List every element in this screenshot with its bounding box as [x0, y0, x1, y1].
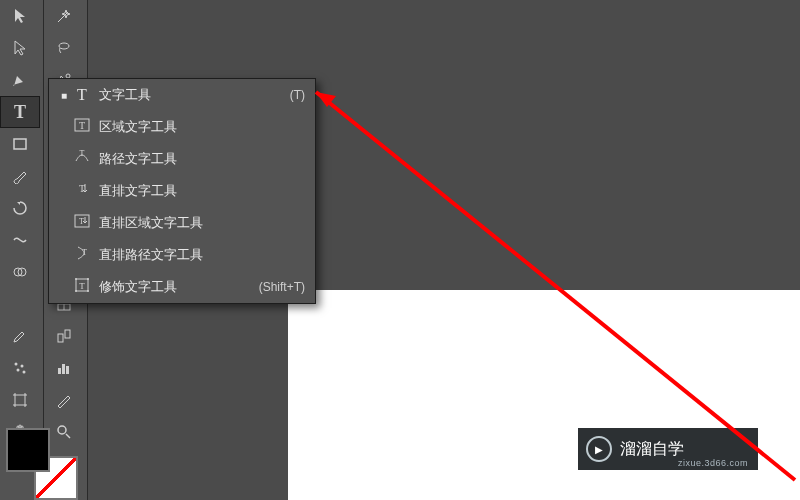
svg-point-37 — [87, 278, 89, 280]
active-indicator-icon: ■ — [59, 90, 69, 101]
flyout-item-shortcut: (T) — [282, 88, 305, 102]
artboard-tool[interactable] — [0, 384, 40, 416]
flyout-item-label: 区域文字工具 — [95, 118, 305, 136]
magic-wand-tool[interactable] — [44, 0, 84, 32]
flyout-item-label: 直排路径文字工具 — [95, 246, 305, 264]
path-type-icon: T — [69, 149, 95, 169]
flyout-item-label: 文字工具 — [95, 86, 282, 104]
flyout-item-label: 修饰文字工具 — [95, 278, 251, 296]
blend-tool[interactable] — [44, 320, 84, 352]
color-swatches[interactable] — [6, 428, 76, 480]
svg-text:T: T — [79, 183, 85, 194]
watermark-url: zixue.3d66.com — [678, 458, 748, 468]
width-tool[interactable] — [0, 224, 40, 256]
svg-text:T: T — [79, 281, 85, 291]
pen-tool[interactable] — [0, 64, 40, 96]
flyout-item-label: 路径文字工具 — [95, 150, 305, 168]
watermark-badge: ▶ 溜溜自学 zixue.3d66.com — [578, 428, 758, 470]
selection-tool[interactable] — [0, 0, 40, 32]
svg-point-38 — [75, 290, 77, 292]
svg-rect-0 — [14, 139, 26, 149]
vertical-area-type-icon: T — [69, 213, 95, 233]
flyout-item-label: 直排文字工具 — [95, 182, 305, 200]
svg-rect-20 — [58, 334, 63, 342]
svg-point-6 — [17, 369, 20, 372]
rectangle-tool[interactable] — [0, 128, 40, 160]
svg-point-36 — [75, 278, 77, 280]
vertical-type-icon: T — [69, 181, 95, 201]
flyout-item-vertical-path-type[interactable]: T 直排路径文字工具 — [49, 239, 315, 271]
svg-text:T: T — [82, 248, 87, 257]
lasso-tool[interactable] — [44, 32, 84, 64]
area-type-icon: T — [69, 117, 95, 137]
fill-color-swatch[interactable] — [6, 428, 50, 472]
type-tool-flyout: ■ T 文字工具 (T) T 区域文字工具 T 路径文字工具 T 直排文字工具 … — [48, 78, 316, 304]
eyedropper-tool[interactable] — [0, 320, 40, 352]
flyout-item-area-type[interactable]: T 区域文字工具 — [49, 111, 315, 143]
svg-rect-24 — [66, 366, 69, 374]
flyout-item-vertical-area-type[interactable]: T 直排区域文字工具 — [49, 207, 315, 239]
svg-rect-8 — [15, 395, 25, 405]
shape-builder-tool[interactable] — [0, 256, 40, 288]
touch-type-icon: T — [69, 277, 95, 297]
svg-rect-3 — [14, 300, 26, 308]
type-icon: T — [69, 86, 95, 104]
flyout-item-touch-type[interactable]: T 修饰文字工具 (Shift+T) — [49, 271, 315, 303]
svg-text:T: T — [80, 149, 85, 158]
rotate-tool[interactable] — [0, 192, 40, 224]
flyout-item-path-type[interactable]: T 路径文字工具 — [49, 143, 315, 175]
flyout-item-type[interactable]: ■ T 文字工具 (T) — [49, 79, 315, 111]
slice-tool[interactable] — [44, 384, 84, 416]
svg-point-5 — [21, 365, 24, 368]
flyout-item-shortcut: (Shift+T) — [251, 280, 305, 294]
symbol-sprayer-tool[interactable] — [0, 352, 40, 384]
svg-point-7 — [23, 371, 26, 374]
svg-text:T: T — [79, 120, 85, 131]
gradient-tool[interactable] — [0, 288, 40, 320]
paintbrush-tool[interactable] — [0, 160, 40, 192]
svg-rect-23 — [62, 364, 65, 374]
svg-rect-21 — [65, 330, 70, 338]
type-tool[interactable]: T — [0, 96, 40, 128]
watermark-text: 溜溜自学 — [620, 439, 684, 460]
vertical-path-type-icon: T — [69, 245, 95, 265]
svg-rect-22 — [58, 368, 61, 374]
svg-point-4 — [15, 363, 18, 366]
flyout-item-label: 直排区域文字工具 — [95, 214, 305, 232]
svg-text:T: T — [79, 217, 84, 226]
flyout-item-vertical-type[interactable]: T 直排文字工具 — [49, 175, 315, 207]
play-icon: ▶ — [586, 436, 612, 462]
svg-point-9 — [59, 43, 69, 49]
toolbar-column-left: T — [0, 0, 44, 500]
direct-selection-tool[interactable] — [0, 32, 40, 64]
column-graph-tool[interactable] — [44, 352, 84, 384]
svg-point-39 — [87, 290, 89, 292]
